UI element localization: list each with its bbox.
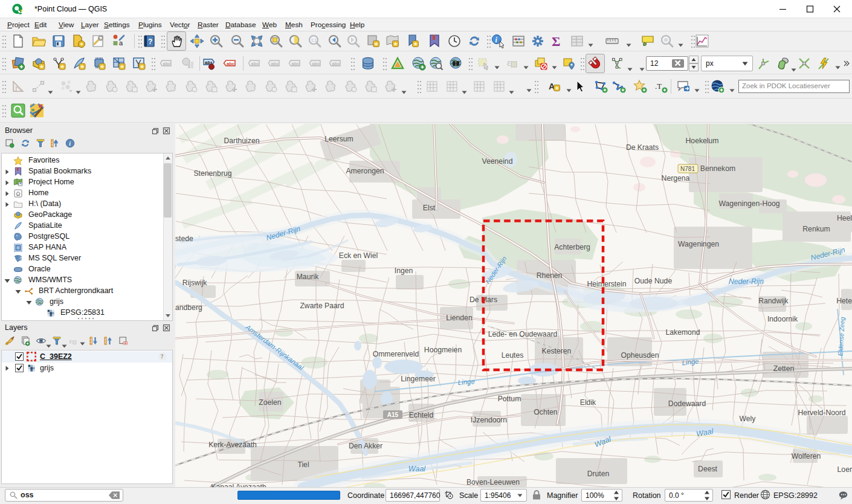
svg-text:abc: abc — [227, 61, 234, 66]
svg-text:Ochten: Ochten — [534, 408, 557, 416]
svg-text:ε: ε — [507, 57, 511, 68]
svg-text:Wageningen: Wageningen — [678, 240, 719, 248]
svg-text:abc: abc — [163, 61, 171, 66]
svg-text:Hete: Hete — [836, 297, 852, 305]
svg-text:Lakemond: Lakemond — [666, 328, 700, 337]
svg-text:abc: abc — [271, 61, 279, 66]
svg-text:Herveld-Noord: Herveld-Noord — [798, 409, 845, 417]
svg-text:Rijswijk: Rijswijk — [182, 279, 208, 287]
svg-text:abc: abc — [312, 61, 320, 66]
svg-text:Lienden: Lienden — [446, 314, 472, 322]
svg-text:abc: abc — [292, 61, 300, 66]
svg-text:Leutes: Leutes — [502, 351, 524, 360]
svg-text:abc: abc — [251, 61, 259, 66]
svg-text:Achterberg: Achterberg — [554, 243, 590, 251]
svg-text:Druten: Druten — [587, 470, 610, 478]
svg-text:Ommerenveld: Ommerenveld — [373, 350, 419, 358]
svg-text:Wolferen: Wolferen — [792, 452, 821, 460]
svg-text:abc: abc — [332, 61, 340, 66]
svg-text:?: ? — [161, 354, 164, 360]
svg-text:1:1: 1:1 — [311, 38, 317, 42]
svg-text:Nergena: Nergena — [662, 174, 690, 183]
svg-text:Σ: Σ — [552, 34, 560, 48]
svg-text:ab: ab — [205, 60, 210, 65]
svg-text:A15: A15 — [387, 412, 399, 418]
svg-text:Linge: Linge — [457, 378, 475, 386]
svg-text:Dodewaard: Dodewaard — [668, 399, 706, 408]
svg-text:Renkum: Renkum — [802, 225, 830, 233]
svg-text:IJzendoorn: IJzendoorn — [471, 416, 507, 424]
svg-text:Amerongen: Amerongen — [346, 167, 384, 175]
svg-text:Kanaal Avezaath: Kanaal Avezaath — [211, 483, 266, 487]
svg-text:Lede- en Oudewaard: Lede- en Oudewaard — [488, 330, 558, 338]
svg-text:.T: .T — [655, 82, 662, 91]
svg-text:?: ? — [148, 37, 152, 46]
svg-text:Ingen: Ingen — [395, 267, 413, 275]
svg-text:Echteld: Echteld — [409, 411, 434, 419]
svg-text:Deest: Deest — [698, 465, 717, 473]
svg-text:Pottum: Pottum — [498, 395, 521, 403]
svg-text:Opheusden: Opheusden — [621, 351, 659, 360]
svg-text:Eck en Wiel: Eck en Wiel — [339, 251, 378, 260]
svg-text:Wely: Wely — [740, 415, 757, 423]
svg-text:Lingemeer: Lingemeer — [401, 375, 436, 383]
svg-text:Zetten: Zetten — [773, 364, 795, 373]
svg-text:Wageningen-Hoog: Wageningen-Hoog — [718, 199, 779, 208]
svg-text:Kesteren: Kesteren — [542, 347, 572, 355]
svg-text:N781: N781 — [680, 166, 695, 172]
svg-text:Eldik: Eldik — [580, 398, 596, 407]
svg-text:Leersum: Leersum — [324, 135, 353, 143]
svg-text:Boven-Leeuwen: Boven-Leeuwen — [466, 478, 520, 486]
svg-text:Oude Nude: Oude Nude — [634, 277, 673, 285]
svg-text:Bennekom: Bennekom — [700, 164, 735, 173]
svg-text:Hoogmeien: Hoogmeien — [424, 346, 462, 354]
svg-text:i: i — [69, 140, 71, 147]
svg-text:Kerk-Avezaath: Kerk-Avezaath — [208, 441, 257, 449]
svg-text:De Kraats: De Kraats — [626, 143, 659, 152]
svg-text:Waal: Waal — [408, 465, 426, 473]
svg-text:Loer: Loer — [837, 465, 852, 474]
svg-text:Den Akker: Den Akker — [349, 442, 382, 450]
svg-text:Indoornik: Indoornik — [767, 315, 798, 323]
svg-text:Neder-Rijn: Neder-Rijn — [729, 277, 764, 286]
svg-text:Maurik: Maurik — [297, 273, 319, 281]
svg-text:Zoelen: Zoelen — [259, 398, 281, 407]
svg-text:Stenenbrug: Stenenbrug — [193, 169, 231, 178]
svg-text:ε: ε — [69, 337, 73, 344]
svg-text:stede: stede — [175, 234, 193, 243]
svg-text:Hoekelum: Hoekelum — [686, 137, 719, 145]
svg-text:Veeneind: Veeneind — [482, 157, 513, 166]
svg-text:andberg: andberg — [175, 303, 202, 312]
svg-text:Heimerstein: Heimerstein — [587, 280, 626, 288]
svg-text:Tiel: Tiel — [297, 460, 309, 469]
svg-text:Heel: Heel — [837, 214, 852, 222]
svg-text:Zwarte Paard: Zwarte Paard — [300, 302, 344, 310]
svg-text:Randwijk: Randwijk — [758, 297, 789, 305]
svg-text:Elst: Elst — [423, 204, 436, 212]
svg-text:Darthuizen: Darthuizen — [224, 137, 260, 145]
svg-text:Rhenen: Rhenen — [537, 271, 563, 280]
